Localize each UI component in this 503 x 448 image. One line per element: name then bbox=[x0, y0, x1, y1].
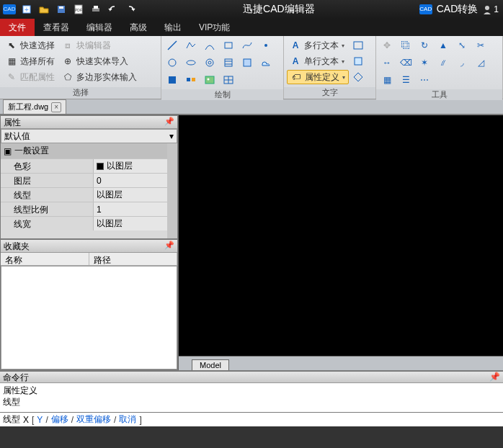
document-tab-bar: 新工程.dwg × bbox=[0, 99, 503, 115]
cloud-icon[interactable] bbox=[258, 55, 274, 70]
table-icon[interactable] bbox=[221, 73, 236, 87]
svg-rect-29 bbox=[355, 58, 362, 65]
close-icon[interactable]: × bbox=[51, 102, 61, 112]
quick-select-button[interactable]: ⬉快速选择 bbox=[3, 38, 58, 53]
cmd-prefix: 线型 bbox=[3, 413, 20, 426]
donut-icon[interactable] bbox=[202, 55, 218, 70]
circle-icon[interactable] bbox=[164, 55, 180, 70]
default-combo[interactable]: 默认值 ▾ bbox=[1, 129, 177, 143]
spline-icon[interactable] bbox=[239, 38, 255, 53]
cad-badge-icon: CAD bbox=[419, 4, 432, 14]
user-icon[interactable]: 1 bbox=[482, 4, 499, 14]
rect-icon[interactable] bbox=[221, 38, 236, 53]
property-row: 色彩以图层 bbox=[1, 158, 167, 173]
fillet-icon[interactable]: ◞ bbox=[454, 55, 470, 70]
pin-icon[interactable]: 📌 bbox=[489, 372, 500, 382]
property-row: 线型比例1 bbox=[1, 202, 167, 216]
menu-file[interactable]: 文件 bbox=[0, 19, 35, 36]
print-icon[interactable] bbox=[88, 1, 104, 17]
save-icon[interactable] bbox=[53, 1, 69, 17]
attdef-button[interactable]: 🏷属性定义▾ bbox=[287, 70, 349, 84]
text-tool-3-icon[interactable] bbox=[350, 70, 366, 84]
dropdown-icon: ▾ bbox=[342, 74, 345, 81]
match-props-button[interactable]: ✎匹配属性 bbox=[3, 70, 58, 84]
line-icon[interactable] bbox=[164, 38, 180, 53]
image-icon[interactable] bbox=[202, 73, 218, 87]
svg-point-13 bbox=[187, 61, 195, 65]
pin-icon[interactable]: 📌 bbox=[164, 241, 174, 251]
column-path[interactable]: 路径 bbox=[89, 253, 178, 265]
menu-output[interactable]: 输出 bbox=[156, 19, 190, 36]
scrollbar[interactable] bbox=[167, 143, 177, 238]
move-icon[interactable]: ✥ bbox=[379, 38, 395, 53]
region-icon[interactable] bbox=[239, 55, 255, 70]
more-tools-icon[interactable]: ⋯ bbox=[417, 73, 432, 87]
offset-icon[interactable]: ⫽ bbox=[435, 55, 451, 70]
arc-icon[interactable] bbox=[202, 38, 218, 53]
stext-button[interactable]: A单行文本▾ bbox=[287, 54, 349, 68]
command-input[interactable]: 线型 X [ Y / 偏移 / 双重偏移 / 取消 ] bbox=[0, 412, 503, 426]
extend-icon[interactable]: ↔ bbox=[379, 55, 395, 70]
redo-icon[interactable] bbox=[123, 1, 138, 17]
ribbon-group-label: 文字 bbox=[284, 87, 375, 99]
block-insert-icon[interactable] bbox=[164, 73, 180, 87]
pin-icon[interactable]: 📌 bbox=[164, 117, 174, 127]
pdf-icon[interactable]: PDF bbox=[71, 1, 86, 17]
hatch-icon[interactable] bbox=[221, 55, 236, 70]
trim-icon[interactable]: ✂ bbox=[473, 38, 489, 53]
drawing-canvas: Model bbox=[179, 115, 503, 370]
column-name[interactable]: 名称 bbox=[1, 253, 89, 265]
menu-bar: 文件 查看器 编辑器 高级 输出 VIP功能 bbox=[0, 19, 503, 36]
text-tool-2-icon[interactable] bbox=[350, 54, 366, 68]
svg-point-8 bbox=[485, 6, 489, 10]
ellipse-icon[interactable] bbox=[183, 55, 199, 70]
select-all-button[interactable]: ▦选择所有 bbox=[3, 54, 58, 68]
block-icon-2[interactable] bbox=[183, 73, 199, 87]
svg-point-24 bbox=[208, 79, 210, 81]
point-icon[interactable] bbox=[258, 38, 274, 53]
explode-icon[interactable]: ✶ bbox=[417, 55, 432, 70]
tag-icon: 🏷 bbox=[290, 71, 302, 83]
svg-rect-22 bbox=[192, 78, 195, 81]
cmd-option-cancel[interactable]: 取消 bbox=[119, 413, 136, 426]
model-tab[interactable]: Model bbox=[192, 359, 229, 370]
app-logo-icon[interactable]: CAD bbox=[1, 1, 17, 17]
polyline-icon[interactable] bbox=[183, 38, 199, 53]
polygon-entity-input-button[interactable]: ⬠多边形实体输入 bbox=[59, 70, 140, 84]
quick-entity-import-button[interactable]: ⊕快速实体导入 bbox=[59, 54, 140, 68]
mirror-icon[interactable]: ▲ bbox=[435, 38, 451, 53]
viewport[interactable] bbox=[179, 115, 503, 356]
title-bar: CAD + PDF 迅捷CAD编辑器 CAD CAD转换 1 bbox=[0, 0, 503, 19]
menu-vip[interactable]: VIP功能 bbox=[190, 19, 239, 36]
text-tool-1-icon[interactable] bbox=[350, 38, 366, 53]
cad-convert-button[interactable]: CAD转换 bbox=[437, 3, 478, 16]
erase-icon[interactable]: ⌫ bbox=[398, 55, 414, 70]
command-panel: 命令行 📌 属性定义 线型 bbox=[0, 370, 503, 412]
align-icon[interactable]: ☰ bbox=[398, 73, 414, 87]
cursor-icon: ⬉ bbox=[6, 40, 17, 51]
svg-point-14 bbox=[206, 59, 213, 66]
cmd-option-double-offset[interactable]: 双重偏移 bbox=[76, 413, 111, 426]
rotate-icon[interactable]: ↻ bbox=[417, 38, 432, 53]
menu-advanced[interactable]: 高级 bbox=[121, 19, 156, 36]
favorites-list[interactable] bbox=[1, 266, 177, 369]
block-editor-button[interactable]: ⧈块编辑器 bbox=[59, 38, 140, 53]
cmd-option-y[interactable]: Y bbox=[37, 415, 43, 425]
svg-rect-7 bbox=[94, 6, 98, 9]
cmd-option-offset[interactable]: 偏移 bbox=[51, 413, 68, 426]
menu-viewer[interactable]: 查看器 bbox=[35, 19, 78, 36]
mtext-button[interactable]: A多行文本▾ bbox=[287, 38, 349, 53]
copy-icon[interactable]: ⿻ bbox=[398, 38, 414, 53]
new-icon[interactable]: + bbox=[19, 1, 35, 17]
chamfer-icon[interactable]: ◿ bbox=[473, 55, 489, 70]
undo-icon[interactable] bbox=[105, 1, 121, 17]
property-section[interactable]: ▣一般设置 bbox=[1, 143, 167, 158]
document-tab[interactable]: 新工程.dwg × bbox=[3, 99, 66, 114]
array-icon[interactable]: ▦ bbox=[379, 73, 395, 87]
svg-line-9 bbox=[168, 41, 177, 50]
property-row: 线型以图层 bbox=[1, 187, 167, 202]
menu-editor[interactable]: 编辑器 bbox=[78, 19, 121, 36]
scale-icon[interactable]: ⤡ bbox=[454, 38, 470, 53]
stext-icon: A bbox=[290, 55, 301, 67]
open-icon[interactable] bbox=[36, 1, 52, 17]
